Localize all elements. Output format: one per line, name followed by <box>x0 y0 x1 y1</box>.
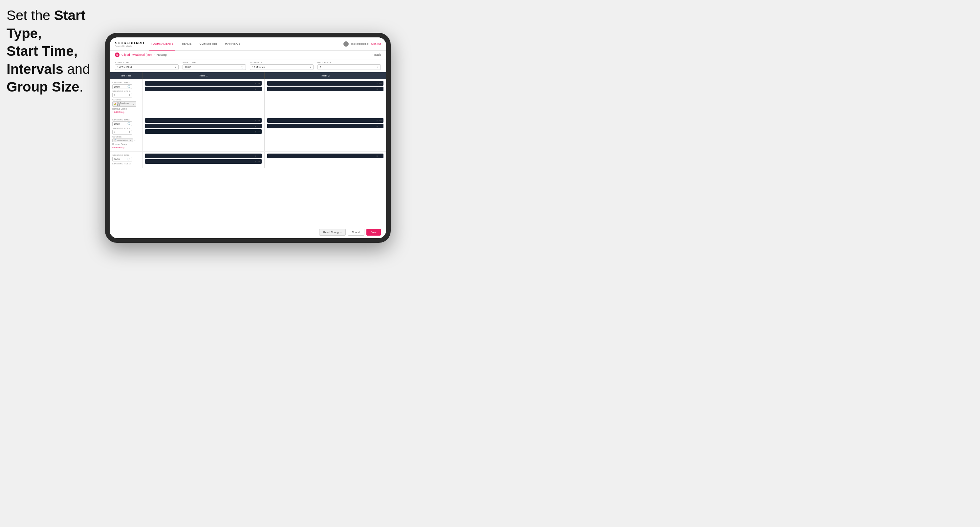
remove-player-icon[interactable]: ✕ <box>255 125 256 127</box>
group-size-select[interactable]: 3 ▾ <box>318 64 381 70</box>
teams-area-1: ✕ ⋯ ✕ ⋯ ✕ ⋯ ✕ <box>143 79 386 116</box>
player-dots-icon[interactable]: ⋯ <box>258 160 260 163</box>
tournament-name[interactable]: Clippd Invitational (Me) <box>121 53 152 56</box>
player-slot: ✕ ⋯ <box>145 124 262 128</box>
instruction-period: . <box>80 79 83 95</box>
col-team1: Team 1 <box>143 72 265 79</box>
nav-teams[interactable]: TEAMS <box>180 37 193 51</box>
player-slot: ✕ ⋯ <box>267 154 384 158</box>
user-email: blair@clippd.io <box>351 42 369 45</box>
player-dots-icon[interactable]: ⋯ <box>258 154 260 157</box>
intervals-group: Intervals 10 Minutes ▾ <box>250 61 313 70</box>
start-type-select[interactable]: 1st Tee Start ▾ <box>115 64 178 70</box>
intervals-select[interactable]: 10 Minutes ▾ <box>250 64 313 70</box>
instruction-line1: Set the <box>6 8 54 23</box>
course-tag-2[interactable]: 🏌 East Lake GC ✕ <box>112 138 133 142</box>
nav-tournaments[interactable]: TOURNAMENTS <box>150 37 175 51</box>
teams-area-3: ✕ ⋯ ✕ ⋯ ✕ ⋯ <box>143 152 386 168</box>
remove-player-icon[interactable]: ✕ <box>255 88 256 90</box>
player-dots-icon[interactable]: ⋯ <box>379 125 382 128</box>
table-header: Tee Time Team 1 Team 2 <box>110 72 386 79</box>
cancel-button[interactable]: Cancel <box>348 229 364 236</box>
player-dots-icon[interactable]: ⋯ <box>258 82 260 85</box>
chevron-down-icon2: ▾ <box>310 66 311 68</box>
player-dots-icon[interactable]: ⋯ <box>379 82 382 85</box>
player-dots-icon[interactable]: ⋯ <box>379 154 382 157</box>
add-group-1[interactable]: + Add Group <box>112 111 140 113</box>
remove-group-2[interactable]: Remove Group <box>112 143 140 145</box>
settings-bar: Start Type 1st Tee Start ▾ Start Time 10… <box>110 59 386 72</box>
player-dots-icon[interactable]: ⋯ <box>379 87 382 90</box>
remove-player-icon[interactable]: ✕ <box>376 119 378 122</box>
start-time-select[interactable]: 10:00 🕐 <box>183 64 246 70</box>
starting-time-val-1: 10:00 <box>114 86 120 88</box>
starting-time-label-3: STARTING TIME: <box>112 154 140 156</box>
start-type-value: 1st Tee Start <box>117 66 132 68</box>
player-dots-icon[interactable]: ⋯ <box>258 119 260 122</box>
player-slot: ✕ ⋯ <box>267 87 384 91</box>
reset-changes-button[interactable]: Reset Changes <box>319 229 346 236</box>
remove-player-icon[interactable]: ✕ <box>255 119 256 122</box>
starting-time-val-3: 10:20 <box>114 158 120 160</box>
remove-player-icon[interactable]: ✕ <box>255 83 256 85</box>
starting-hole-label-1: STARTING HOLE: <box>112 90 140 92</box>
player-slot: ✕ ⋯ <box>145 159 262 164</box>
player-slot: ✕ ⋯ <box>267 81 384 86</box>
start-time-group: Start Time 10:00 🕐 <box>183 61 246 70</box>
breadcrumb-bar: C Clippd Invitational (Me) › Hosting ‹ B… <box>110 51 386 59</box>
col-team2: Team 2 <box>265 72 387 79</box>
remove-player-icon[interactable]: ✕ <box>376 83 378 85</box>
remove-player-icon[interactable]: ✕ <box>376 125 378 127</box>
course-dots-2[interactable]: ⋯ <box>134 139 136 142</box>
sign-out-link[interactable]: Sign out <box>371 42 381 45</box>
intervals-value: 10 Minutes <box>252 66 265 68</box>
player-slot: ✕ ⋯ <box>145 87 262 91</box>
remove-group-1[interactable]: Remove Group <box>112 108 140 110</box>
team1-col-3: ✕ ⋯ ✕ ⋯ <box>143 152 265 168</box>
back-button[interactable]: ‹ Back <box>372 53 381 56</box>
teams-area-2: ✕ ⋯ ✕ ⋯ ✕ ⋯ ✕ <box>143 116 386 151</box>
starting-time-input-1[interactable]: 10:00 🕐 <box>112 84 132 89</box>
nav-committee[interactable]: COMMITTEE <box>198 37 219 51</box>
course-row-1: ⛳ (A) Peachtree GC ✕ ⋯ <box>112 102 140 106</box>
remove-player-icon[interactable]: ✕ <box>255 130 256 133</box>
player-dots-icon[interactable]: ⋯ <box>258 125 260 128</box>
table-row: STARTING TIME: 10:00 🕐 STARTING HOLE: 1 … <box>110 79 386 116</box>
player-dots-icon[interactable]: ⋯ <box>258 130 260 133</box>
team2-col-1: ✕ ⋯ ✕ ⋯ <box>265 79 387 116</box>
starting-hole-label-3: STARTING HOLE: <box>112 163 140 165</box>
starting-hole-label-2: STARTING HOLE: <box>112 127 140 129</box>
nav-links: TOURNAMENTS TEAMS COMMITTEE RANKINGS <box>150 37 344 51</box>
clock-icon: 🕐 <box>241 66 243 68</box>
starting-time-input-2[interactable]: 10:10 🕐 <box>112 121 132 126</box>
starting-hole-input-2[interactable]: 1 ⇕ <box>112 130 132 135</box>
course-remove-1[interactable]: ✕ <box>133 103 135 105</box>
breadcrumb-logo: C <box>115 52 119 57</box>
starting-hole-input-1[interactable]: 1 ⇕ <box>112 93 132 97</box>
remove-player-icon[interactable]: ✕ <box>376 155 378 157</box>
start-type-label: Start Type <box>115 61 178 63</box>
starting-time-input-3[interactable]: 10:20 🕐 <box>112 157 132 162</box>
player-dots-icon[interactable]: ⋯ <box>379 119 382 122</box>
team1-col-2: ✕ ⋯ ✕ ⋯ ✕ ⋯ <box>143 116 265 151</box>
course-tag-1[interactable]: ⛳ (A) Peachtree GC ✕ <box>112 102 136 106</box>
add-group-2[interactable]: + Add Group <box>112 146 140 149</box>
chevron-down-icon: ▾ <box>175 66 176 68</box>
remove-player-icon[interactable]: ✕ <box>376 88 378 90</box>
nav-rankings[interactable]: RANKINGS <box>224 37 242 51</box>
player-slot: ✕ ⋯ <box>145 154 262 158</box>
group-size-label: Group Size <box>318 61 381 63</box>
tee-cell-2: STARTING TIME: 10:10 🕐 STARTING HOLE: 1 … <box>110 116 143 151</box>
player-slot: ✕ ⋯ <box>145 81 262 86</box>
remove-player-icon[interactable]: ✕ <box>255 160 256 163</box>
save-button[interactable]: Save <box>366 229 381 236</box>
instruction-bold3: Intervals <box>6 61 64 77</box>
logo-area: SCOREBOARD Powered by clipp.io <box>115 41 144 47</box>
course-remove-2[interactable]: ✕ <box>130 139 131 141</box>
remove-player-icon[interactable]: ✕ <box>255 155 256 157</box>
instruction-and: and <box>64 61 90 77</box>
player-dots-icon[interactable]: ⋯ <box>258 87 260 90</box>
stepper-icon-1: ⇕ <box>128 94 130 97</box>
nav-right: blair@clippd.io Sign out <box>344 41 381 47</box>
course-dots-1[interactable]: ⋯ <box>137 103 140 105</box>
